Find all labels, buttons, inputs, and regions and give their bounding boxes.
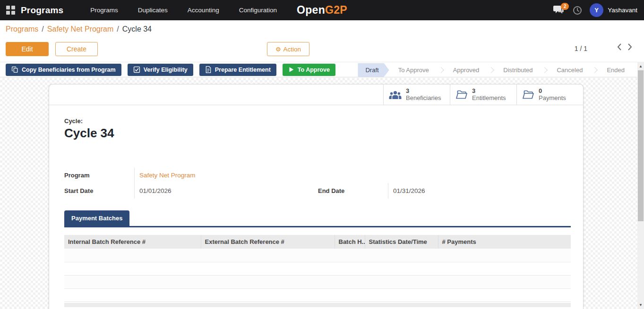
checkbox-icon — [133, 66, 140, 73]
copy-beneficiaries-button[interactable]: Copy Beneficiaries from Program — [6, 64, 121, 76]
program-label: Program — [64, 167, 134, 183]
start-date-value: 01/01/2026 — [134, 183, 318, 199]
user-name: Yashavant — [608, 7, 637, 14]
play-icon — [288, 67, 294, 73]
messages-icon[interactable]: 2 — [553, 5, 565, 16]
end-date-value: 01/31/2026 — [388, 183, 571, 199]
form-sheet: 3 Beneficiaries 3 Entitlements 0 — [49, 84, 584, 309]
cycle-field-label: Cycle: — [64, 117, 571, 125]
control-panel: Edit Create ⚙ Action 1 / 1 — [0, 41, 644, 58]
tab-payment-batches[interactable]: Payment Batches — [64, 210, 129, 226]
stat-button-row: 3 Beneficiaries 3 Entitlements 0 — [49, 84, 583, 105]
breadcrumb-programs[interactable]: Programs — [6, 25, 38, 33]
payments-count: 0 — [539, 88, 566, 95]
end-date-label: End Date — [318, 183, 388, 199]
pager-previous-icon[interactable] — [617, 43, 621, 50]
table-footer-strip — [64, 303, 571, 307]
action-button[interactable]: ⚙ Action — [267, 42, 309, 56]
app-title: Programs — [21, 5, 63, 16]
navbar-menu: Programs Duplicates Accounting Configura… — [83, 1, 284, 19]
statusbar: Copy Beneficiaries from Program Verify E… — [0, 62, 644, 77]
payment-batches-table: Internal Batch Reference # External Batc… — [64, 235, 571, 302]
beneficiaries-count: 3 — [406, 88, 441, 95]
payments-stat-button[interactable]: 0 Payments — [516, 84, 583, 105]
vertical-scrollbar[interactable]: ▲ ▼ — [637, 62, 644, 309]
menu-accounting[interactable]: Accounting — [180, 1, 226, 19]
column-internal-batch-ref[interactable]: Internal Batch Reference # — [64, 235, 201, 249]
activity-clock-icon[interactable] — [573, 6, 582, 15]
top-navbar: Programs Programs Duplicates Accounting … — [0, 0, 644, 20]
stage-separator-icon — [488, 67, 494, 73]
column-external-batch-ref[interactable]: External Batch Reference # — [201, 235, 335, 249]
stage-canceled[interactable]: Canceled — [548, 67, 592, 74]
menu-programs[interactable]: Programs — [83, 1, 125, 19]
apps-grid-icon[interactable] — [6, 6, 15, 15]
stage-distributed[interactable]: Distributed — [494, 67, 541, 74]
stage-pipeline: Draft To Approve Approved Distributed Ca… — [358, 62, 634, 78]
scroll-up-icon[interactable]: ▲ — [637, 63, 644, 69]
to-approve-button[interactable]: To Approve — [283, 64, 335, 76]
create-button[interactable]: Create — [55, 42, 98, 56]
breadcrumb-current: Cycle 34 — [122, 25, 152, 33]
beneficiaries-label: Beneficiaries — [406, 95, 441, 102]
stage-separator-icon — [592, 67, 598, 73]
user-menu[interactable]: Y Yashavant — [590, 3, 637, 17]
menu-duplicates[interactable]: Duplicates — [131, 1, 175, 19]
stage-separator-icon — [438, 67, 444, 73]
stage-separator-icon — [542, 67, 548, 73]
prepare-entitlement-button[interactable]: Prepare Entitlement — [199, 64, 276, 76]
verify-eligibility-button[interactable]: Verify Eligibility — [128, 64, 193, 76]
payments-label: Payments — [539, 95, 566, 102]
avatar: Y — [590, 3, 603, 17]
cycle-name-title: Cycle 34 — [64, 126, 571, 141]
beneficiaries-stat-button[interactable]: 3 Beneficiaries — [383, 84, 450, 105]
program-value-link[interactable]: Safety Net Program — [134, 167, 318, 183]
breadcrumb-safety-net-program[interactable]: Safety Net Program — [47, 25, 114, 33]
start-date-label: Start Date — [64, 183, 134, 199]
table-row — [64, 262, 571, 275]
column-num-payments[interactable]: # Payments — [438, 235, 571, 249]
table-row — [64, 249, 571, 262]
form-view-background: 3 Beneficiaries 3 Entitlements 0 — [0, 78, 644, 309]
column-statistics-datetime[interactable]: Statistics Date/Time — [365, 235, 438, 249]
entitlements-stat-button[interactable]: 3 Entitlements — [450, 84, 516, 105]
copy-icon — [11, 66, 18, 73]
stage-draft[interactable]: Draft — [358, 63, 389, 77]
entitlements-label: Entitlements — [472, 95, 506, 102]
folder-open-icon — [455, 90, 468, 100]
messages-badge: 2 — [561, 3, 569, 10]
stage-to-approve[interactable]: To Approve — [389, 67, 438, 74]
scrollbar-thumb[interactable] — [638, 70, 644, 221]
scroll-down-icon[interactable]: ▼ — [637, 301, 644, 308]
stage-approved[interactable]: Approved — [444, 67, 489, 74]
menu-configuration[interactable]: Configuration — [232, 1, 284, 19]
document-icon — [205, 66, 212, 73]
breadcrumb: Programs / Safety Net Program / Cycle 34 — [0, 20, 644, 38]
entitlements-count: 3 — [472, 88, 506, 95]
table-row — [64, 288, 571, 301]
pager-count: 1 / 1 — [575, 45, 587, 52]
folder-open-icon — [522, 90, 534, 100]
column-batch-h[interactable]: Batch H... — [335, 235, 365, 249]
gear-icon: ⚙ — [275, 46, 281, 52]
stage-ended[interactable]: Ended — [598, 67, 634, 74]
pager-next-icon[interactable] — [628, 43, 632, 50]
edit-button[interactable]: Edit — [6, 42, 49, 56]
table-row — [64, 275, 571, 288]
tab-underline — [64, 226, 571, 227]
users-icon — [389, 90, 402, 100]
